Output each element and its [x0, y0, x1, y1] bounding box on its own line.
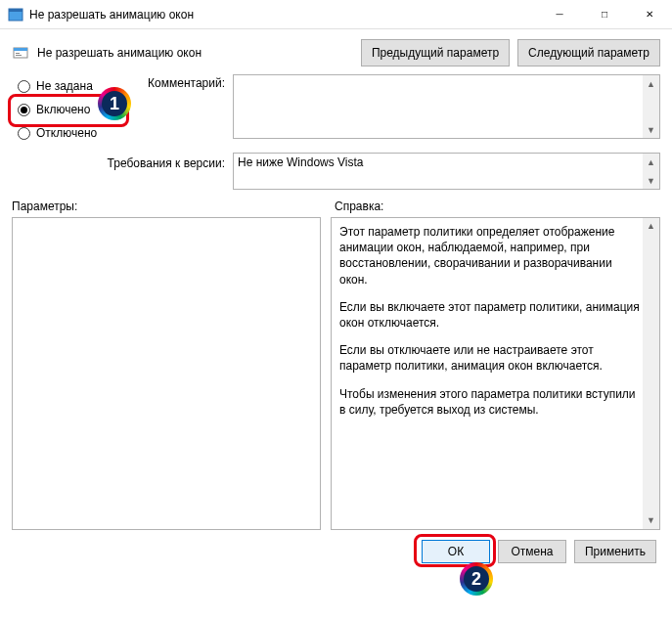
close-button[interactable]: ✕	[627, 0, 672, 29]
requirements-value: Не ниже Windows Vista	[238, 155, 364, 169]
radio-label: Отключено	[36, 126, 97, 140]
help-text: Если вы отключаете или не настраиваете э…	[339, 342, 640, 374]
help-label: Справка:	[335, 199, 383, 213]
apply-button[interactable]: Применить	[574, 540, 656, 563]
window-title: Не разрешать анимацию окон	[29, 8, 194, 22]
header-row: Не разрешать анимацию окон Предыдущий па…	[12, 39, 660, 66]
radio-disabled[interactable]: Отключено	[12, 121, 127, 145]
svg-rect-1	[9, 9, 22, 12]
comment-label: Комментарий:	[127, 74, 225, 145]
radio-label: Включено	[36, 103, 90, 116]
radio-enabled[interactable]: Включено	[12, 98, 127, 121]
help-text: Если вы включаете этот параметр политики…	[339, 299, 640, 331]
state-radio-group: Не задана Включено Отключено	[12, 74, 127, 145]
scroll-down-icon[interactable]: ▼	[643, 512, 659, 529]
help-text: Этот параметр политики определяет отобра…	[339, 224, 640, 288]
radio-icon	[18, 127, 30, 140]
ok-button[interactable]: ОК	[422, 540, 490, 563]
svg-rect-4	[16, 53, 20, 54]
maximize-button[interactable]: □	[582, 0, 627, 29]
help-panel: Этот параметр политики определяет отобра…	[331, 217, 660, 530]
dialog-footer: ОК Отмена Применить	[12, 540, 660, 563]
minimize-button[interactable]: ─	[537, 0, 582, 29]
radio-icon	[18, 104, 30, 116]
radio-icon	[18, 80, 30, 93]
options-label: Параметры:	[12, 199, 335, 213]
window-controls: ─ □ ✕	[537, 0, 672, 29]
svg-rect-3	[14, 48, 27, 51]
next-setting-button[interactable]: Следующий параметр	[517, 39, 660, 66]
scroll-down-icon[interactable]: ▼	[643, 172, 659, 189]
titlebar: Не разрешать анимацию окон ─ □ ✕	[0, 0, 672, 29]
radio-not-configured[interactable]: Не задана	[12, 74, 127, 98]
radio-label: Не задана	[36, 79, 93, 93]
scroll-up-icon[interactable]: ▲	[643, 218, 659, 235]
policy-icon	[12, 44, 29, 62]
scrollbar[interactable]: ▲ ▼	[643, 154, 659, 189]
scroll-up-icon[interactable]: ▲	[643, 75, 659, 92]
scroll-down-icon[interactable]: ▼	[643, 121, 659, 138]
comment-textarea[interactable]: ▲ ▼	[233, 74, 660, 139]
svg-rect-5	[16, 55, 22, 56]
help-text: Чтобы изменения этого параметра политики…	[339, 386, 640, 418]
setting-name: Не разрешать анимацию окон	[37, 46, 202, 60]
requirements-box: Не ниже Windows Vista ▲ ▼	[233, 153, 660, 190]
options-panel	[12, 217, 321, 530]
cancel-button[interactable]: Отмена	[498, 540, 566, 563]
scrollbar[interactable]: ▲ ▼	[643, 75, 659, 138]
window-icon	[8, 7, 23, 22]
requirements-label: Требования к версии:	[12, 153, 225, 190]
previous-setting-button[interactable]: Предыдущий параметр	[361, 39, 510, 66]
scroll-up-icon[interactable]: ▲	[643, 154, 659, 170]
scrollbar[interactable]: ▲ ▼	[643, 218, 659, 529]
